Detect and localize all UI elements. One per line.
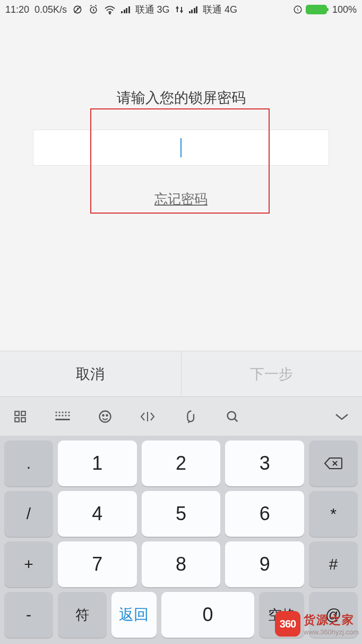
svg-line-24 xyxy=(235,418,238,421)
svg-point-9 xyxy=(55,411,57,413)
carrier-1: 联通 3G xyxy=(135,3,170,16)
key-plus[interactable]: + xyxy=(4,541,53,587)
watermark: 360 货源之家 www.360hyzj.com xyxy=(275,611,359,637)
data-icon xyxy=(175,5,184,14)
status-time: 11:20 xyxy=(5,4,29,15)
grid-icon[interactable] xyxy=(10,406,31,427)
svg-point-3 xyxy=(109,13,110,14)
svg-point-16 xyxy=(62,414,63,416)
watermark-url: www.360hyzj.com xyxy=(304,628,359,636)
svg-point-20 xyxy=(100,411,111,422)
svg-point-11 xyxy=(62,411,63,413)
wifi-icon xyxy=(104,5,116,14)
watermark-badge: 360 xyxy=(275,611,300,637)
key-2[interactable]: 2 xyxy=(142,440,221,486)
key-minus[interactable]: - xyxy=(4,592,53,638)
signal-2-icon xyxy=(189,6,198,13)
svg-point-15 xyxy=(58,414,60,416)
key-7[interactable]: 7 xyxy=(58,541,137,587)
password-input[interactable] xyxy=(33,130,329,166)
svg-point-17 xyxy=(65,414,66,416)
key-8[interactable]: 8 xyxy=(142,541,221,587)
battery-icon xyxy=(306,5,327,14)
svg-point-14 xyxy=(55,414,57,416)
key-9[interactable]: 9 xyxy=(225,541,304,587)
key-symbols[interactable]: 符 xyxy=(58,592,107,638)
watermark-title: 货源之家 xyxy=(304,612,355,628)
key-dot[interactable]: . xyxy=(4,440,53,486)
text-cursor xyxy=(180,138,182,157)
cursor-move-icon[interactable] xyxy=(137,406,158,427)
svg-line-1 xyxy=(74,6,81,13)
mute-icon xyxy=(72,4,83,15)
clipboard-icon[interactable] xyxy=(179,406,201,427)
carrier-2: 联通 4G xyxy=(203,3,237,16)
svg-rect-8 xyxy=(21,418,25,422)
alarm-icon xyxy=(88,4,99,15)
next-button[interactable]: 下一步 xyxy=(182,351,363,396)
key-star[interactable]: * xyxy=(309,491,358,537)
cancel-button[interactable]: 取消 xyxy=(0,351,182,396)
key-backspace[interactable] xyxy=(309,440,358,486)
search-icon[interactable] xyxy=(222,406,243,427)
svg-point-10 xyxy=(58,411,60,413)
status-net-speed: 0.05K/s xyxy=(35,4,67,15)
lock-screen-content: 请输入您的锁屏密码 忘记密码 xyxy=(0,19,362,351)
key-4[interactable]: 4 xyxy=(58,491,137,537)
key-5[interactable]: 5 xyxy=(142,491,221,537)
svg-point-21 xyxy=(102,414,104,416)
key-3[interactable]: 3 xyxy=(225,440,304,486)
svg-point-13 xyxy=(68,411,70,413)
keyboard-icon[interactable] xyxy=(52,406,73,427)
svg-point-22 xyxy=(106,414,107,416)
key-6[interactable]: 6 xyxy=(225,491,304,537)
svg-rect-5 xyxy=(15,411,19,416)
key-1[interactable]: 1 xyxy=(58,440,137,486)
forgot-password-link[interactable]: 忘记密码 xyxy=(0,190,362,208)
chevron-down-icon[interactable] xyxy=(331,406,352,427)
svg-rect-6 xyxy=(21,411,25,416)
key-return[interactable]: 返回 xyxy=(111,592,157,638)
signal-1-icon xyxy=(121,6,130,13)
svg-rect-19 xyxy=(55,419,70,420)
emoji-icon[interactable] xyxy=(94,406,116,427)
key-0[interactable]: 0 xyxy=(161,592,255,638)
svg-point-18 xyxy=(68,414,70,416)
svg-rect-7 xyxy=(15,418,19,422)
battery-percent: 100% xyxy=(332,4,357,15)
lock-prompt: 请输入您的锁屏密码 xyxy=(0,88,362,107)
action-bar: 取消 下一步 xyxy=(0,351,362,396)
status-bar: 11:20 0.05K/s 联通 3G 联通 4G 100% xyxy=(0,0,362,19)
svg-point-12 xyxy=(65,411,66,413)
key-slash[interactable]: / xyxy=(4,491,53,537)
charging-icon xyxy=(293,5,303,14)
key-hash[interactable]: # xyxy=(309,541,358,587)
keyboard-toolbar xyxy=(0,396,362,436)
